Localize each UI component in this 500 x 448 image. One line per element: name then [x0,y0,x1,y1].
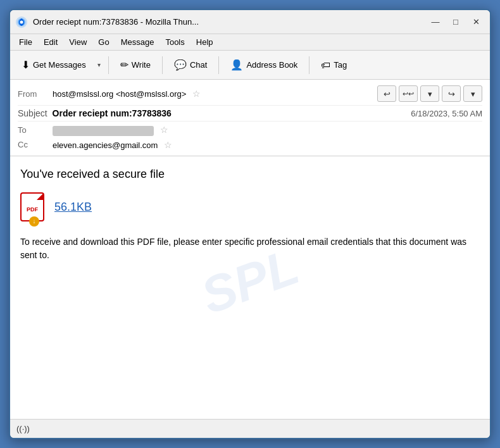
tag-label: Tag [334,60,347,70]
chat-button[interactable]: 💬 Chat [168,56,213,73]
reply-all-button[interactable]: ↩↩ [399,85,418,102]
subject-value: Order reciept num:73783836 [53,108,172,118]
close-button[interactable]: ✕ [467,15,485,29]
to-label: To [18,125,53,135]
body-paragraph: To receive and download this PDF file, p… [20,235,480,262]
subject-text: Subject Order reciept num:73783836 [18,108,172,118]
get-messages-label: Get Messages [33,60,86,70]
tag-button[interactable]: 🏷 Tag [315,57,353,73]
menu-help[interactable]: Help [191,36,218,48]
thunderbird-icon [15,16,28,28]
menu-go[interactable]: Go [93,36,114,48]
email-body-content: You've received a secure file PDF ↓ 56.1… [20,168,480,262]
cc-value: eleven.agencies@gmail.com ☆ [53,140,482,150]
write-label: Write [132,60,151,70]
pdf-download-icon: ↓ [29,216,39,227]
toolbar-divider-1 [108,56,109,74]
from-label: From [18,89,53,99]
tag-icon: 🏷 [321,59,330,70]
cc-row: Cc eleven.agencies@gmail.com ☆ [18,138,482,152]
toolbar: ⬇ Get Messages ▾ ✏ Write 💬 Chat 👤 Addres… [10,51,490,80]
menu-message[interactable]: Message [116,36,159,48]
to-value: ☆ [53,125,482,136]
get-messages-button[interactable]: ⬇ Get Messages [15,56,92,73]
from-star-icon[interactable]: ☆ [192,89,201,99]
pdf-icon: PDF ↓ [20,192,48,223]
attachment-link[interactable]: 56.1KB [54,201,92,214]
title-bar-text: Order reciept num:73783836 - Mozilla Thu… [33,17,427,27]
chat-label: Chat [190,60,207,70]
menu-edit[interactable]: Edit [39,36,63,48]
get-messages-dropdown[interactable]: ▾ [95,59,103,71]
to-row: To ☆ [18,123,482,138]
cc-star-icon[interactable]: ☆ [164,140,172,150]
maximize-button[interactable]: □ [447,15,465,29]
forward-button[interactable]: ↪ [442,85,461,102]
to-address-blurred [53,126,154,136]
reply-dropdown-button[interactable]: ▾ [420,85,439,102]
svg-point-2 [20,20,23,23]
pdf-icon-corner [37,194,43,200]
cc-address: eleven.agencies@gmail.com [53,140,158,150]
chat-icon: 💬 [174,59,187,71]
from-value: host@mslssl.org <host@mslssl.org> ☆ [53,89,377,99]
address-book-label: Address Book [246,60,297,70]
more-actions-button[interactable]: ▾ [463,85,482,102]
wifi-icon: ((·)) [16,424,30,433]
minimize-button[interactable]: — [427,15,444,29]
menu-tools[interactable]: Tools [160,36,189,48]
subject-row: Subject Order reciept num:73783836 6/18/… [18,105,482,121]
cc-label: Cc [18,140,53,149]
thunderbird-window: Order reciept num:73783836 - Mozilla Thu… [9,9,491,439]
secure-file-heading: You've received a secure file [20,168,480,181]
pdf-attachment: PDF ↓ 56.1KB [20,192,480,223]
wifi-status: ((·)) [16,424,30,433]
write-icon: ✏ [120,59,128,71]
write-button[interactable]: ✏ Write [114,56,157,73]
address-book-button[interactable]: 👤 Address Book [224,56,304,73]
status-bar: ((·)) [10,419,490,438]
email-header: From host@mslssl.org <host@mslssl.org> ☆… [10,80,490,156]
email-date: 6/18/2023, 5:50 AM [411,109,482,118]
reply-actions: ↩ ↩↩ ▾ ↪ ▾ [377,85,482,102]
title-bar-controls: — □ ✕ [427,15,485,29]
menu-view[interactable]: View [64,36,92,48]
title-bar: Order reciept num:73783836 - Mozilla Thu… [10,10,490,34]
menu-file[interactable]: File [14,36,37,48]
menu-bar: File Edit View Go Message Tools Help [10,34,490,51]
reply-button[interactable]: ↩ [377,85,396,102]
get-messages-icon: ⬇ [22,59,30,71]
email-body: SPL You've received a secure file PDF ↓ … [10,156,490,419]
subject-label: Subject [18,108,47,118]
toolbar-divider-3 [218,56,219,74]
toolbar-divider-4 [309,56,309,74]
from-address: host@mslssl.org <host@mslssl.org> [53,89,186,99]
pdf-label: PDF [27,206,38,213]
toolbar-divider-2 [162,56,163,74]
from-row: From host@mslssl.org <host@mslssl.org> ☆… [18,84,482,104]
address-book-icon: 👤 [230,59,243,71]
to-star-icon[interactable]: ☆ [160,125,168,135]
